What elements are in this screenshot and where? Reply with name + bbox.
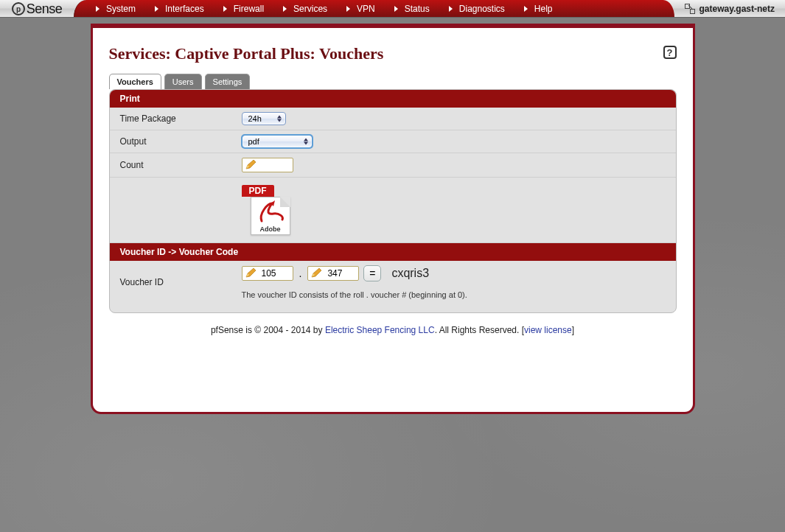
chevron-right-icon bbox=[155, 6, 158, 12]
footer-text: ] bbox=[572, 325, 574, 335]
nav-firewall[interactable]: Firewall bbox=[217, 0, 277, 17]
adobe-label: Adobe bbox=[251, 225, 290, 233]
nav-label: System bbox=[106, 4, 136, 14]
input-count-wrap bbox=[242, 158, 293, 172]
nav-label: VPN bbox=[357, 4, 375, 14]
footer-link-license[interactable]: view license bbox=[524, 325, 572, 335]
row-time-package: Time Package 24h bbox=[110, 108, 676, 130]
pencil-icon bbox=[245, 160, 257, 170]
voucher-id-hint: The voucher ID consists of the roll . vo… bbox=[242, 290, 666, 299]
nav-cap-left bbox=[74, 0, 90, 17]
nav-label: Diagnostics bbox=[459, 4, 505, 14]
tab-settings[interactable]: Settings bbox=[205, 74, 251, 89]
voucher-code-result: cxqris3 bbox=[391, 267, 429, 280]
subtabs: Vouchers Users Settings bbox=[109, 74, 677, 89]
chevron-right-icon bbox=[346, 6, 350, 12]
chevron-right-icon bbox=[524, 6, 528, 12]
nav-diagnostics[interactable]: Diagnostics bbox=[443, 0, 518, 17]
nav-status[interactable]: Status bbox=[388, 0, 443, 17]
label-voucher-id: Voucher ID bbox=[120, 277, 242, 287]
nav-vpn[interactable]: VPN bbox=[341, 0, 388, 17]
nav-services[interactable]: Services bbox=[277, 0, 341, 17]
logo-text: Sense bbox=[27, 1, 63, 17]
nav-label: Services bbox=[293, 4, 327, 14]
top-navbar: pSense System Interfaces Firewall Servic… bbox=[0, 0, 785, 18]
section-header-lookup: Voucher ID -> Voucher Code bbox=[110, 243, 676, 261]
chevron-right-icon bbox=[283, 6, 287, 12]
logo: pSense bbox=[0, 0, 74, 18]
chevron-right-icon bbox=[449, 6, 453, 12]
input-roll[interactable] bbox=[259, 267, 293, 280]
label-count: Count bbox=[120, 160, 242, 170]
pdf-export-button[interactable]: PDF Adobe bbox=[242, 185, 293, 235]
form-panel: Print Time Package 24h Output bbox=[109, 89, 677, 313]
select-output[interactable]: pdf bbox=[242, 135, 313, 148]
input-voucher-num-wrap bbox=[307, 266, 359, 281]
row-pdf-button: PDF Adobe bbox=[110, 178, 676, 243]
input-count[interactable] bbox=[259, 158, 293, 172]
footer-text: . All Rights Reserved. [ bbox=[435, 325, 524, 335]
chevron-right-icon bbox=[96, 6, 100, 12]
chevron-right-icon bbox=[394, 6, 398, 12]
logo-icon: p bbox=[12, 2, 25, 15]
nav-label: Help bbox=[534, 4, 553, 14]
dot-separator: . bbox=[298, 267, 304, 279]
footer-link-esf[interactable]: Electric Sheep Fencing LLC bbox=[325, 325, 435, 335]
pdf-badge: PDF bbox=[242, 185, 274, 197]
nav-items: System Interfaces Firewall Services VPN … bbox=[90, 0, 661, 17]
input-voucher-num[interactable] bbox=[324, 267, 358, 280]
hostname-text: gateway.gast-netz bbox=[699, 4, 775, 14]
footer-text: pfSense is © 2004 - 2014 by bbox=[211, 325, 325, 335]
footer: pfSense is © 2004 - 2014 by Electric She… bbox=[109, 313, 677, 338]
row-count: Count bbox=[110, 153, 676, 178]
hostname: gateway.gast-netz bbox=[674, 0, 785, 17]
label-output: Output bbox=[120, 136, 242, 147]
chevron-right-icon bbox=[223, 6, 227, 12]
section-header-print: Print bbox=[110, 90, 676, 108]
input-roll-wrap bbox=[242, 266, 293, 281]
pencil-icon bbox=[245, 268, 257, 279]
network-icon bbox=[685, 4, 695, 14]
select-time-package[interactable]: 24h bbox=[242, 112, 286, 125]
tab-users[interactable]: Users bbox=[164, 74, 202, 89]
pencil-icon bbox=[310, 268, 322, 279]
nav-label: Status bbox=[405, 4, 430, 14]
tab-vouchers[interactable]: Vouchers bbox=[109, 74, 161, 89]
lookup-equals-button[interactable]: = bbox=[363, 265, 381, 281]
nav-cap-right bbox=[661, 0, 674, 17]
nav-label: Interfaces bbox=[165, 4, 204, 14]
pdf-file-icon: Adobe bbox=[251, 197, 290, 235]
nav-label: Firewall bbox=[234, 4, 264, 14]
content-card: ? Services: Captive Portal Plus: Voucher… bbox=[91, 24, 695, 414]
row-output: Output pdf bbox=[110, 130, 676, 153]
nav-help[interactable]: Help bbox=[518, 0, 566, 17]
nav-interfaces[interactable]: Interfaces bbox=[149, 0, 217, 17]
nav-system[interactable]: System bbox=[90, 0, 149, 17]
help-icon[interactable]: ? bbox=[663, 46, 677, 59]
row-voucher-id: Voucher ID . = bbox=[110, 261, 676, 304]
page-title: Services: Captive Portal Plus: Vouchers bbox=[109, 44, 677, 63]
label-time-package: Time Package bbox=[120, 113, 242, 124]
